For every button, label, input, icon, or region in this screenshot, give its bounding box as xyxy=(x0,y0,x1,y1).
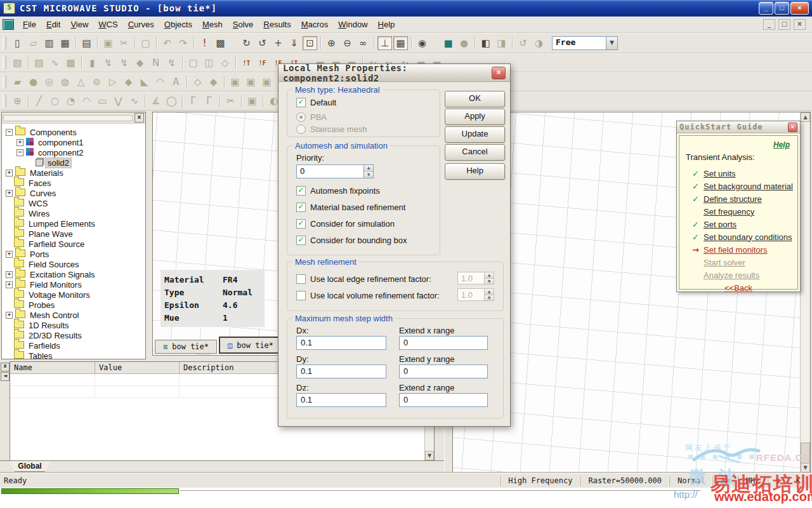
checkbox-automesh-fixpoints[interactable]: ✓Automesh fixpoints xyxy=(296,186,380,196)
checkbox-consider-for-bounding-box[interactable]: ✓Consider for bounding box xyxy=(296,236,407,245)
volume-refinement-checkbox[interactable]: Use local volume refinement factor: xyxy=(296,291,440,300)
tree-item-wires[interactable]: Wires xyxy=(2,208,145,218)
quickstart-step-set-boundary-conditions[interactable]: ✓Set boundary conditions xyxy=(684,231,792,243)
quickstart-step-set-frequency[interactable]: Set frequency xyxy=(684,205,792,218)
dz-field[interactable]: 0.1 xyxy=(296,393,386,407)
dialog-close-icon[interactable]: × xyxy=(492,67,506,79)
quickstart-step-set-background-material[interactable]: ✓Set background material xyxy=(684,180,792,192)
quickstart-step-set-ports[interactable]: ✓Set ports xyxy=(684,218,792,231)
dx-field[interactable]: 0.1 xyxy=(296,336,386,350)
dy-field[interactable]: 0.1 xyxy=(296,364,386,378)
expander-plus-icon[interactable]: + xyxy=(6,251,13,258)
tree-item-voltage-monitors[interactable]: Voltage Monitors xyxy=(2,290,145,300)
checkbox-checked-icon[interactable]: ✓ xyxy=(296,236,306,245)
checkbox-material-based-refinement[interactable]: ✓Material based refinement xyxy=(296,203,405,212)
spin-down-icon[interactable]: ▼ xyxy=(364,172,373,178)
menu-curves[interactable]: Curves xyxy=(123,18,159,31)
mdi-restore-button[interactable]: □ xyxy=(778,19,790,30)
zoom-arrow-icon[interactable]: ⇓ xyxy=(287,36,301,50)
toolbar-grip[interactable] xyxy=(3,57,6,69)
expander-plus-icon[interactable]: + xyxy=(16,139,23,146)
expander-minus-icon[interactable]: − xyxy=(6,129,13,136)
tree-item-farfields[interactable]: Farfields xyxy=(2,340,145,351)
checkbox-checked-icon[interactable]: ✓ xyxy=(296,98,306,107)
minimize-button[interactable]: _ xyxy=(759,2,773,15)
tree-item-component2[interactable]: −component2 xyxy=(2,147,145,157)
tree-item-field-sources[interactable]: Field Sources xyxy=(2,259,145,269)
extend-y-range-field[interactable]: 0 xyxy=(399,364,488,378)
checkbox-icon[interactable] xyxy=(296,291,306,300)
expander-minus-icon[interactable]: − xyxy=(16,149,23,156)
parameter-panel-close-icon[interactable]: x xyxy=(1,363,10,371)
tree-panel-close-icon[interactable]: x xyxy=(134,113,144,123)
cancel-button[interactable]: Cancel xyxy=(445,144,505,161)
quickstart-step-analyze-results[interactable]: Analyze results xyxy=(684,269,792,281)
tree-item-probes[interactable]: Probes xyxy=(2,300,145,310)
menu-results[interactable]: Results xyxy=(258,18,296,31)
tree-item-materials[interactable]: +Materials xyxy=(2,168,145,178)
expander-plus-icon[interactable]: + xyxy=(6,312,13,319)
globe-icon[interactable]: ◉ xyxy=(415,36,429,50)
extend-x-range-field[interactable]: 0 xyxy=(399,336,488,350)
save-all-icon[interactable]: ▦ xyxy=(58,36,72,50)
tree-item-field-monitors[interactable]: +Field Monitors xyxy=(2,279,145,290)
menu-help[interactable]: Help xyxy=(373,18,400,31)
tree-item-plane-wave[interactable]: Plane Wave xyxy=(2,229,145,239)
toolbar-grip[interactable] xyxy=(3,76,6,88)
menu-wcs[interactable]: WCS xyxy=(93,18,122,31)
tree-panel-grip[interactable] xyxy=(3,115,133,121)
apply-button[interactable]: Apply xyxy=(445,109,505,125)
quickstart-step-set-field-monitors[interactable]: →Set field monitors xyxy=(684,243,792,256)
update-button[interactable]: Update xyxy=(445,126,505,143)
dialog-title-bar[interactable]: Local Mesh Properties: component2:solid2… xyxy=(278,64,510,82)
tree-item-tables[interactable]: Tables xyxy=(2,351,145,359)
toolbar-grip[interactable] xyxy=(3,95,6,107)
spin-view-icon[interactable]: ↺ xyxy=(255,36,270,50)
quickstart-close-icon[interactable]: × xyxy=(788,123,797,132)
checkbox-icon[interactable] xyxy=(296,274,306,284)
mdi-minimize-button[interactable]: _ xyxy=(763,19,775,30)
restore-button[interactable]: □ xyxy=(775,2,789,15)
chevron-down-icon[interactable]: ▼ xyxy=(606,37,617,50)
tree-item-1d-results[interactable]: 1D Results xyxy=(2,320,145,330)
quickstart-step-start-solver[interactable]: Start solver xyxy=(684,256,792,269)
tree-item-mesh-control[interactable]: +Mesh Control xyxy=(2,310,145,320)
zoom-out-icon[interactable]: ⊖ xyxy=(340,36,355,50)
zoom-in-icon[interactable]: ⊕ xyxy=(324,36,339,50)
save-icon[interactable]: ▥ xyxy=(42,36,56,50)
checkbox-checked-icon[interactable]: ✓ xyxy=(296,186,306,196)
solver-freq-icon[interactable]: !F xyxy=(255,56,270,70)
priority-value[interactable]: 0 xyxy=(296,164,363,178)
axes-toggle-icon[interactable]: ⊥ xyxy=(377,36,392,50)
ok-button[interactable]: OK xyxy=(445,91,505,107)
menu-view[interactable]: View xyxy=(65,18,93,31)
tree-item-excitation-signals[interactable]: +Excitation Signals xyxy=(2,269,145,279)
expander-plus-icon[interactable]: + xyxy=(6,190,13,197)
view-mode-combo[interactable]: Free▼ xyxy=(552,36,618,50)
edge-refinement-checkbox[interactable]: Use local edge refinement factor: xyxy=(296,274,431,284)
expander-plus-icon[interactable]: + xyxy=(6,271,13,278)
expander-plus-icon[interactable]: + xyxy=(6,170,13,177)
tree-item-solid2[interactable]: solid2 xyxy=(2,157,145,168)
scroll-down-icon[interactable]: ▼ xyxy=(801,463,810,472)
tree-item-component1[interactable]: +component1 xyxy=(2,137,145,147)
menu-solve[interactable]: Solve xyxy=(228,18,259,31)
view-tab-1[interactable]: ≋bow tie* xyxy=(155,340,217,354)
tree-item-2d-3d-results[interactable]: 2D/3D Results xyxy=(2,330,145,340)
default-checkbox[interactable]: ✓ Default xyxy=(296,98,336,107)
tree-item-wcs[interactable]: WCS xyxy=(2,198,145,208)
tab-global[interactable]: Global xyxy=(9,461,51,472)
quickstart-back-link[interactable]: <<Back xyxy=(684,283,792,293)
menu-mesh[interactable]: Mesh xyxy=(197,18,228,31)
tree-item-farfield-source[interactable]: Farfield Source xyxy=(2,239,145,249)
checkbox-checked-icon[interactable]: ✓ xyxy=(296,203,306,212)
macro-icon[interactable]: ▩ xyxy=(213,36,228,50)
tree-item-lumped-elements[interactable]: Lumped Elements xyxy=(2,218,145,229)
checkbox-consider-for-simulation[interactable]: ✓Consider for simulation xyxy=(296,219,395,229)
parameter-panel-collapse-icon[interactable]: ◄ xyxy=(1,372,10,381)
menu-objects[interactable]: Objects xyxy=(159,18,197,31)
right-view-scrollbar[interactable]: ▲ ▼ xyxy=(800,112,810,472)
expander-plus-icon[interactable]: + xyxy=(6,281,13,288)
quickstart-step-set-units[interactable]: ✓Set units xyxy=(684,167,792,180)
check-structure-icon[interactable]: ! xyxy=(197,36,212,50)
